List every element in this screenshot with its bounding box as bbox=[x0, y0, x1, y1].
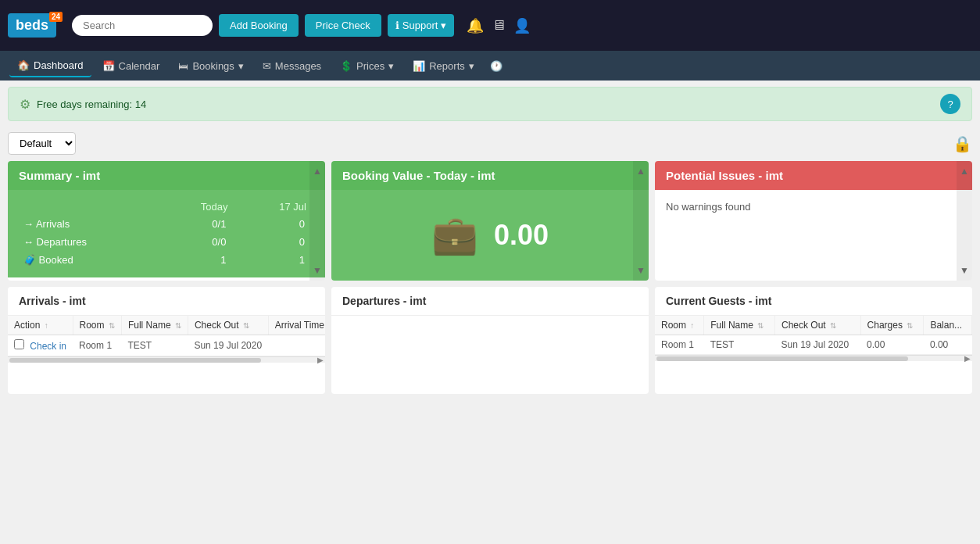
arrivals-date: 0 bbox=[235, 216, 313, 232]
col-room: Room ↑ bbox=[655, 316, 704, 335]
summary-scroll-up[interactable]: ▲ bbox=[313, 166, 322, 177]
arrivals-scroll-right[interactable]: ▶ bbox=[317, 356, 324, 364]
potential-issues-widget: Potential Issues - imt No warnings found… bbox=[655, 161, 972, 281]
action-cell: Check in bbox=[8, 335, 73, 356]
booked-label: 🧳 Booked bbox=[20, 252, 156, 268]
issues-content: No warnings found bbox=[655, 190, 972, 252]
departures-title: Departures - imt bbox=[331, 287, 649, 316]
current-guests-scrollbar[interactable]: ▶ bbox=[655, 355, 972, 361]
summary-title: Summary - imt bbox=[19, 169, 100, 182]
price-check-button[interactable]: Price Check bbox=[305, 14, 381, 37]
col-fullname: Full Name ⇅ bbox=[704, 316, 775, 335]
history-icon[interactable]: 🕐 bbox=[490, 60, 503, 72]
alert-text: Free days remaining: 14 bbox=[37, 98, 146, 110]
lock-icon[interactable]: 🔒 bbox=[953, 134, 972, 153]
arrivals-title: Arrivals - imt bbox=[8, 287, 325, 316]
dashboard-grid-row2: Arrivals - imt Action ↑ Room ⇅ Full Name… bbox=[8, 287, 972, 394]
logo-superscript: 24 bbox=[49, 12, 63, 22]
table-row: → Arrivals 0/1 0 bbox=[20, 216, 313, 232]
booking-scroll-down[interactable]: ▼ bbox=[636, 265, 646, 276]
dashboard-toolbar: Default Custom 🔒 bbox=[8, 132, 972, 155]
current-guests-title: Current Guests - imt bbox=[655, 287, 972, 316]
nav-reports[interactable]: 📊 Reports ▾ bbox=[405, 55, 482, 77]
col-arrivaltime: Arrival Time bbox=[268, 316, 325, 335]
reports-icon: 📊 bbox=[413, 60, 425, 72]
logo-text: beds bbox=[16, 17, 48, 33]
booked-today: 1 bbox=[157, 252, 234, 268]
departures-today: 0/0 bbox=[157, 234, 234, 250]
departures-label: ↔ Departures bbox=[20, 234, 156, 250]
support-button[interactable]: ℹ Support ▾ bbox=[388, 14, 455, 37]
issues-scroll-up[interactable]: ▲ bbox=[960, 166, 969, 177]
col-fullname: Full Name ⇅ bbox=[121, 316, 188, 335]
table-header-row: Room ↑ Full Name ⇅ Check Out ⇅ Charges ⇅… bbox=[655, 316, 972, 335]
chevron-down-icon-prices: ▾ bbox=[388, 60, 394, 72]
table-row: ↔ Departures 0/0 0 bbox=[20, 234, 313, 250]
chevron-down-icon: ▾ bbox=[238, 60, 244, 72]
search-input[interactable] bbox=[72, 15, 213, 36]
bell-icon[interactable]: 🔔 bbox=[467, 17, 484, 34]
prices-icon: 💲 bbox=[340, 60, 352, 72]
sort-icon: ↑ bbox=[45, 321, 48, 330]
checkout-cell: Sun 19 Jul 2020 bbox=[188, 335, 268, 356]
alert-bar: ⚙ Free days remaining: 14 ? bbox=[8, 87, 972, 121]
main-content: Default Custom 🔒 Summary - imt Today 17 … bbox=[0, 127, 980, 399]
nav-dashboard[interactable]: 🏠 Dashboard bbox=[9, 55, 91, 77]
booking-amount: 0.00 bbox=[494, 219, 549, 252]
chevron-down-icon-reports: ▾ bbox=[469, 60, 474, 72]
sort-icon: ↑ bbox=[690, 321, 694, 330]
nav-calendar[interactable]: 📅 Calendar bbox=[95, 55, 168, 77]
summary-widget: Summary - imt Today 17 Jul → bbox=[8, 161, 325, 281]
arrivals-scrollbar[interactable]: ▶ bbox=[8, 356, 325, 363]
booked-date: 1 bbox=[235, 252, 313, 268]
dashboard-icon: 🏠 bbox=[17, 59, 30, 71]
dashboard-select[interactable]: Default Custom bbox=[8, 132, 76, 155]
arrivals-table: Action ↑ Room ⇅ Full Name ⇅ Check Out ⇅ … bbox=[8, 316, 325, 356]
table-row: Room 1 TEST Sun 19 Jul 2020 0.00 0.00 bbox=[655, 335, 972, 355]
help-button[interactable]: ? bbox=[940, 94, 960, 114]
current-guests-table-container[interactable]: Room ↑ Full Name ⇅ Check Out ⇅ Charges ⇅… bbox=[655, 316, 972, 355]
sort-icon: ⇅ bbox=[243, 321, 249, 330]
charges-cell: 0.00 bbox=[860, 335, 924, 355]
room-cell: Room 1 bbox=[655, 335, 704, 355]
departures-table-container[interactable] bbox=[331, 316, 649, 394]
departures-icon: ↔ bbox=[23, 236, 34, 248]
user-icon[interactable]: 👤 bbox=[513, 17, 531, 34]
issues-scroll-down[interactable]: ▼ bbox=[960, 265, 969, 276]
settings-icon[interactable]: ⚙ bbox=[20, 97, 30, 112]
summary-header: Summary - imt bbox=[8, 161, 325, 190]
current-guests-scroll-right[interactable]: ▶ bbox=[964, 354, 971, 363]
summary-col-date: 17 Jul bbox=[235, 199, 313, 214]
add-booking-button[interactable]: Add Booking bbox=[219, 14, 299, 37]
potential-issues-title: Potential Issues - imt bbox=[666, 169, 783, 182]
briefcase-icon: 💼 bbox=[431, 213, 478, 257]
logo[interactable]: beds 24 bbox=[8, 13, 56, 38]
summary-col-label bbox=[20, 199, 156, 214]
nav-prices[interactable]: 💲 Prices ▾ bbox=[332, 55, 402, 77]
arrivals-icon: → bbox=[23, 218, 34, 230]
summary-content: Today 17 Jul → Arrivals 0/1 0 bbox=[8, 190, 325, 277]
table-row: Check in Room 1 TEST Sun 19 Jul 2020 bbox=[8, 335, 325, 356]
booked-icon: 🧳 bbox=[23, 254, 36, 266]
checkin-checkbox[interactable] bbox=[14, 339, 24, 349]
potential-issues-header: Potential Issues - imt bbox=[655, 161, 972, 190]
col-charges: Charges ⇅ bbox=[860, 316, 924, 335]
arrivals-table-container[interactable]: Action ↑ Room ⇅ Full Name ⇅ Check Out ⇅ … bbox=[8, 316, 325, 356]
monitor-icon[interactable]: 🖥 bbox=[492, 17, 506, 34]
nav-bookings[interactable]: 🛏 Bookings ▾ bbox=[170, 55, 251, 77]
check-in-link[interactable]: Check in bbox=[30, 341, 66, 352]
booking-scroll-up[interactable]: ▲ bbox=[636, 166, 646, 177]
info-icon: ℹ bbox=[395, 20, 399, 31]
room-cell: Room 1 bbox=[73, 335, 121, 356]
booking-value-widget: Booking Value - Today - imt 💼 0.00 ▲ ▼ bbox=[331, 161, 649, 281]
table-row: 🧳 Booked 1 1 bbox=[20, 252, 313, 268]
sort-icon: ⇅ bbox=[175, 321, 181, 330]
summary-table: Today 17 Jul → Arrivals 0/1 0 bbox=[19, 198, 314, 270]
nav-icons: 🔔 🖥 👤 bbox=[467, 17, 531, 34]
bookings-icon: 🛏 bbox=[178, 60, 188, 72]
summary-scroll-down[interactable]: ▼ bbox=[313, 265, 322, 276]
sort-icon: ⇅ bbox=[757, 321, 764, 330]
arrivaltime-cell bbox=[268, 335, 325, 356]
sort-icon: ⇅ bbox=[830, 321, 836, 330]
nav-messages[interactable]: ✉ Messages bbox=[255, 55, 329, 77]
